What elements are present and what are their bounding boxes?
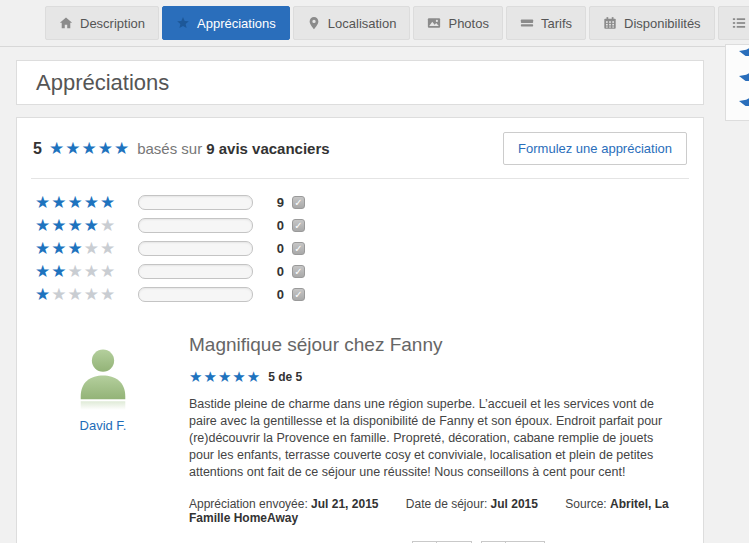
filter-checkbox[interactable]: ✓ — [292, 196, 305, 209]
section-tabbar: Description Appréciations Localisation P… — [0, 0, 749, 47]
star-icon — [176, 16, 190, 30]
page-title: Appréciations — [17, 70, 169, 96]
rating-bar-track — [138, 218, 253, 233]
star-rating: ★★★★★ — [35, 217, 129, 234]
review-score: 5 de 5 — [268, 370, 302, 384]
avatar — [55, 346, 151, 412]
breakdown-row-4-stars: ★★★★★ 0 ✓ — [35, 217, 703, 234]
reviews-panel: 5 ★★★★★ basés sur 9 avis vacanciers Form… — [16, 117, 704, 543]
rating-summary: 5 ★★★★★ basés sur 9 avis vacanciers — [33, 140, 330, 158]
rating-summary-row: 5 ★★★★★ basés sur 9 avis vacanciers Form… — [31, 118, 689, 179]
breakdown-row-5-stars: ★★★★★ 9 ✓ — [35, 194, 703, 211]
rating-count: 0 — [270, 287, 284, 302]
tab-disponibilites[interactable]: Disponibilités — [589, 6, 715, 40]
tab-label: Appréciations — [197, 16, 276, 31]
review-rating-line: ★★★★★ 5 de 5 — [189, 369, 681, 384]
tab-label: Photos — [448, 16, 488, 31]
reviewer-name[interactable]: David F. — [55, 418, 151, 433]
filter-checkbox[interactable]: ✓ — [292, 242, 305, 255]
breakdown-row-2-stars: ★★★★★ 0 ✓ — [35, 263, 703, 280]
card-icon — [520, 16, 534, 30]
chevron-icon[interactable] — [739, 72, 749, 81]
based-on-text: basés sur — [137, 140, 202, 157]
tab-label: Disponibilités — [624, 16, 701, 31]
rating-bar-track — [138, 287, 253, 302]
star-rating: ★★★★★ — [35, 286, 129, 303]
review-meta: Appréciation envoyée: Jul 21, 2015 Date … — [189, 497, 681, 525]
breakdown-row-1-star: ★★★★★ 0 ✓ — [35, 286, 703, 303]
star-rating: ★★★★★ — [49, 140, 130, 157]
tab-appreciations[interactable]: Appréciations — [162, 6, 290, 40]
rating-count: 0 — [270, 241, 284, 256]
home-icon — [59, 16, 73, 30]
filter-checkbox[interactable]: ✓ — [292, 288, 305, 301]
rating-count: 0 — [270, 264, 284, 279]
tab-equipements[interactable]: Équipements — [718, 6, 749, 40]
chevron-icon[interactable] — [739, 97, 749, 106]
tab-label: Localisation — [328, 16, 397, 31]
review-content: Magnifique séjour chez Fanny ★★★★★ 5 de … — [189, 334, 689, 543]
filter-checkbox[interactable]: ✓ — [292, 265, 305, 278]
star-rating: ★★★★★ — [189, 369, 261, 384]
filter-checkbox[interactable]: ✓ — [292, 219, 305, 232]
photo-icon — [427, 16, 441, 30]
title-panel: Appréciations — [16, 60, 704, 105]
rating-bar-track — [138, 195, 253, 210]
tab-localisation[interactable]: Localisation — [293, 6, 411, 40]
list-icon — [732, 16, 746, 30]
tab-description[interactable]: Description — [45, 6, 159, 40]
review-title: Magnifique séjour chez Fanny — [189, 334, 681, 356]
reviewer-column: David F. — [55, 334, 151, 543]
tab-label: Tarifs — [541, 16, 572, 31]
average-rating: 5 — [33, 140, 42, 158]
tab-label: Description — [80, 16, 145, 31]
star-rating: ★★★★★ — [35, 240, 129, 257]
rating-count: 0 — [270, 218, 284, 233]
write-review-button[interactable]: Formulez une appréciation — [503, 132, 687, 165]
share-panel — [725, 44, 749, 121]
breakdown-row-3-stars: ★★★★★ 0 ✓ — [35, 240, 703, 257]
tab-photos[interactable]: Photos — [413, 6, 502, 40]
rating-bar-track — [138, 241, 253, 256]
review-sent-date: Appréciation envoyée: Jul 21, 2015 — [189, 497, 378, 511]
review-item: David F. Magnifique séjour chez Fanny ★★… — [17, 309, 703, 543]
rating-breakdown: ★★★★★ 9 ✓ ★★★★★ 0 ✓ ★★★★★ 0 ✓ ★★★★★ 0 ✓ … — [17, 179, 703, 303]
review-stay-date: Date de séjour: Jul 2015 — [406, 497, 538, 511]
star-rating: ★★★★★ — [35, 194, 129, 211]
calendar-icon — [603, 16, 617, 30]
tab-tarifs[interactable]: Tarifs — [506, 6, 586, 40]
rating-bar-track — [138, 264, 253, 279]
map-pin-icon — [307, 16, 321, 30]
chevron-icon[interactable] — [739, 47, 749, 56]
rating-count: 9 — [270, 195, 284, 210]
review-body: Bastide pleine de charme dans une région… — [189, 396, 681, 481]
review-count-text: 9 avis vacanciers — [206, 140, 329, 157]
star-rating: ★★★★★ — [35, 263, 129, 280]
